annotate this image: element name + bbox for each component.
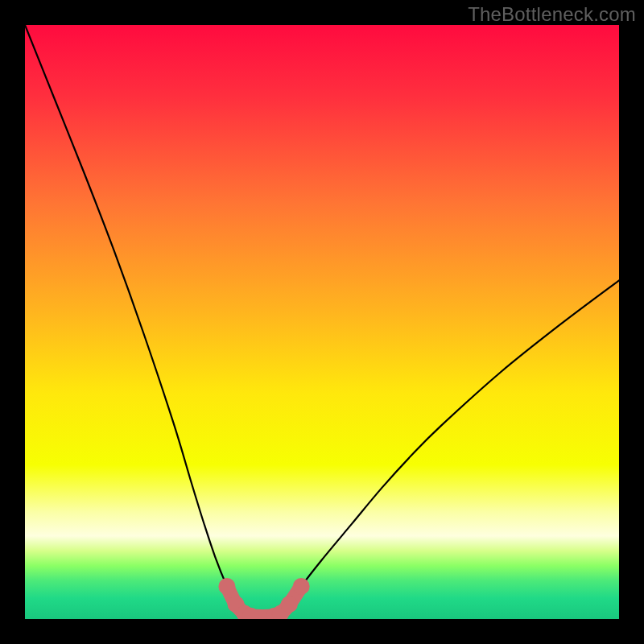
chart-frame: TheBottleneck.com [0, 0, 644, 644]
sweet-spot-dot [218, 578, 235, 595]
curve-layer [25, 25, 619, 619]
sweet-spot-dot [281, 596, 298, 613]
bottleneck-curve [25, 25, 619, 617]
plot-area [25, 25, 619, 619]
sweet-spot-dot [293, 578, 310, 595]
watermark-text: TheBottleneck.com [468, 3, 636, 26]
